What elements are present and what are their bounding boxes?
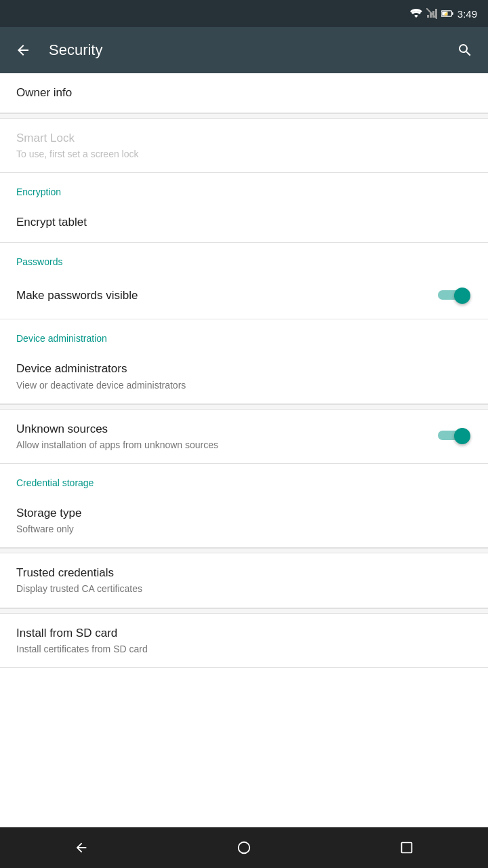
nav-recent-button[interactable] xyxy=(386,834,427,861)
divider-4 xyxy=(0,608,488,614)
wifi-icon xyxy=(410,9,422,18)
app-bar: Security xyxy=(0,27,488,73)
page-title: Security xyxy=(49,41,439,59)
battery-icon: ⚡ xyxy=(441,9,453,18)
smart-lock-item: Smart Lock To use, first set a screen lo… xyxy=(0,119,488,173)
nav-back-button[interactable] xyxy=(61,834,102,861)
owner-info-item[interactable]: Owner info xyxy=(0,73,488,113)
divider-3 xyxy=(0,548,488,553)
make-passwords-visible-title: Make passwords visible xyxy=(16,288,436,303)
nav-home-button[interactable] xyxy=(224,834,264,861)
signal-icon xyxy=(426,8,437,19)
search-button[interactable] xyxy=(453,38,477,62)
toggle-thumb-2 xyxy=(454,428,470,444)
back-button[interactable] xyxy=(11,38,35,62)
device-administrators-item[interactable]: Device administrators View or deactivate… xyxy=(0,349,488,403)
trusted-credentials-title: Trusted credentials xyxy=(16,566,472,580)
make-passwords-visible-item[interactable]: Make passwords visible xyxy=(0,273,488,319)
svg-point-9 xyxy=(239,842,250,854)
make-passwords-visible-toggle[interactable] xyxy=(436,285,472,307)
svg-rect-10 xyxy=(402,843,412,853)
encrypt-tablet-title: Encrypt tablet xyxy=(16,215,472,230)
encrypt-tablet-item[interactable]: Encrypt tablet xyxy=(0,203,488,243)
divider-2 xyxy=(0,404,488,410)
toggle-thumb xyxy=(454,288,470,304)
encryption-section-header: Encryption xyxy=(0,173,488,203)
content-area: Owner info Smart Lock To use, first set … xyxy=(0,73,488,827)
svg-text:⚡: ⚡ xyxy=(443,11,449,17)
passwords-section-header: Passwords xyxy=(0,243,488,273)
install-sd-card-subtitle: Install certificates from SD card xyxy=(16,643,472,655)
unknown-sources-toggle[interactable] xyxy=(436,425,472,447)
status-time: 3:49 xyxy=(458,8,477,20)
storage-type-subtitle: Software only xyxy=(16,523,472,535)
smart-lock-subtitle: To use, first set a screen lock xyxy=(16,148,472,160)
unknown-sources-subtitle: Allow installation of apps from unknown … xyxy=(16,439,436,451)
svg-rect-0 xyxy=(427,15,429,18)
storage-type-item[interactable]: Storage type Software only xyxy=(0,494,488,548)
nav-bar xyxy=(0,827,488,868)
device-admin-section-header: Device administration xyxy=(0,319,488,349)
trusted-credentials-item[interactable]: Trusted credentials Display trusted CA c… xyxy=(0,553,488,608)
unknown-sources-item[interactable]: Unknown sources Allow installation of ap… xyxy=(0,410,488,464)
unknown-sources-title: Unknown sources xyxy=(16,422,436,437)
smart-lock-title: Smart Lock xyxy=(16,131,472,146)
install-sd-card-title: Install from SD card xyxy=(16,626,472,641)
status-bar: ⚡ 3:49 xyxy=(0,0,488,27)
device-administrators-subtitle: View or deactivate device administrators xyxy=(16,379,472,391)
status-icons: ⚡ 3:49 xyxy=(410,8,477,20)
device-administrators-title: Device administrators xyxy=(16,361,472,376)
svg-rect-6 xyxy=(452,12,453,15)
owner-info-title: Owner info xyxy=(16,85,472,100)
divider-1 xyxy=(0,113,488,119)
storage-type-title: Storage type xyxy=(16,506,472,521)
credential-storage-section-header: Credential storage xyxy=(0,464,488,494)
install-sd-card-item[interactable]: Install from SD card Install certificate… xyxy=(0,614,488,668)
trusted-credentials-subtitle: Display trusted CA certificates xyxy=(16,583,472,595)
